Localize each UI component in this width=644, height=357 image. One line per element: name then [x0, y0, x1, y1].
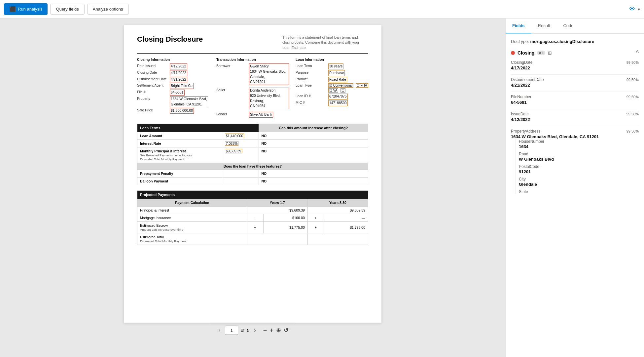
projected-header-title: Projected Payments: [137, 190, 368, 199]
property-address-field-name: PropertyAddress: [511, 129, 540, 134]
purpose-row: Purpose Purchase: [296, 70, 368, 76]
projected-payments-table: Projected Payments Payment Calculation Y…: [137, 190, 368, 245]
disbursement-date-value: 4/21/2022: [170, 77, 187, 83]
tab-fields[interactable]: Fields: [506, 19, 531, 33]
chevron-down-icon[interactable]: ▾: [638, 7, 640, 12]
zoom-in-button[interactable]: +: [269, 327, 273, 334]
loan-amount-row: Loan Amount $1,440,000 NO: [137, 132, 368, 139]
loan-id-value: 672047875: [328, 94, 348, 99]
escrow-val1: $1,775.00: [263, 221, 307, 233]
document-page: Closing Disclosure This form is a statem…: [124, 25, 381, 323]
prev-page-button[interactable]: ‹: [217, 326, 222, 335]
loan-id-row: Loan ID # 672047875: [296, 94, 368, 99]
doc-subtitle: This form is a statement of final loan t…: [282, 35, 368, 50]
seller-label: Seller: [216, 88, 248, 109]
disbursement-date-confidence: 99.50%: [626, 78, 639, 82]
mi-plus1: +: [247, 214, 263, 221]
file-number-row: File # 64-5681: [137, 90, 210, 96]
total-pages: 5: [247, 328, 249, 333]
interest-rate-label: Interest Rate: [137, 139, 222, 147]
red-dot-icon: [511, 51, 515, 55]
product-label: Product: [296, 77, 327, 83]
collapse-button[interactable]: ^: [636, 49, 639, 56]
closing-section-header: Closing #1 ⊞ ^: [511, 49, 639, 56]
house-number-subfield-value: 1634: [519, 144, 639, 149]
closing-date-field-value: 4/17/2022: [511, 65, 639, 70]
run-analysis-button[interactable]: ⬛ Run analysis: [4, 3, 48, 15]
doctype-value: mortgage.us.closingDisclosure: [530, 39, 594, 44]
balloon-payment-space: [222, 177, 259, 185]
pi-projected-val1: $9,609.39: [247, 206, 307, 214]
escrow-val2: $1,775.00: [324, 221, 368, 233]
mi-val1: $100.00: [263, 214, 307, 221]
settlement-agent-row: Settlement Agent Bright Title Co: [137, 83, 210, 89]
interest-rate-row: Interest Rate 7.033% NO: [137, 139, 368, 147]
analyze-options-button[interactable]: Analyze options: [87, 4, 129, 15]
mic-label: MIC #: [296, 100, 327, 106]
estimated-total-sublabel: Estimated Total Monthly Payment: [140, 239, 187, 243]
disbursement-date-field-header: DisbursementDate 99.50%: [511, 77, 639, 82]
prepayment-penalty-label: Prepayment Penalty: [137, 170, 222, 177]
disbursement-date-field-value: 4/21/2022: [511, 83, 639, 88]
property-label: Property: [137, 96, 168, 107]
right-panel: Fields Result Code DocType: mortgage.us.…: [505, 19, 644, 357]
escrow-plus1: +: [247, 221, 263, 233]
loan-amount-answer: NO: [259, 132, 368, 139]
closing-date-field-header: ClosingDate 99.50%: [511, 60, 639, 65]
seller-row: Seller Bonita Anderson920 University Blv…: [216, 88, 289, 109]
panel-tabs: Fields Result Code: [506, 19, 644, 34]
closing-info-header: Closing Information: [137, 58, 210, 61]
property-address-confidence: 99.50%: [626, 129, 639, 133]
loan-terms-header: Loan Terms Can this amount increase afte…: [137, 124, 368, 132]
issue-date-confidence: 99.50%: [626, 112, 639, 116]
run-analysis-label: Run analysis: [18, 7, 42, 12]
property-row: Property 1634 W Glenoaks Blvd,Glendale, …: [137, 96, 210, 107]
zoom-fit-button[interactable]: ⊕: [276, 327, 281, 334]
loan-type-row: Loan Type ☑ Conventional ☐ FHA ☐ VA ☐: [296, 83, 368, 93]
file-number-field-value: 64-5681: [511, 100, 639, 105]
purpose-label: Purpose: [296, 70, 327, 76]
eye-icon[interactable]: 👁: [629, 6, 635, 13]
file-number-field-header: FileNumber 99.50%: [511, 95, 639, 99]
zoom-out-button[interactable]: −: [263, 327, 267, 334]
tab-result[interactable]: Result: [531, 19, 557, 33]
sale-price-value: $1,800,000.00: [170, 108, 194, 114]
product-value: Fixed Rate: [328, 77, 347, 83]
sale-price-label: Sale Price: [137, 108, 168, 114]
loan-info-section: Loan Information Loan Term 30 years Purp…: [289, 58, 368, 118]
lender-row: Lender Skye AU Bank: [216, 112, 289, 118]
property-value: 1634 W Glenoaks Blvd,Glendale, CA 91201: [170, 96, 208, 107]
issue-date-field: IssueDate 99.50% 4/12/2022: [511, 112, 639, 122]
disbursement-date-row: Disbursement Date 4/21/2022: [137, 77, 210, 83]
disbursement-date-field: DisbursementDate 99.50% 4/21/2022: [511, 77, 639, 88]
postal-code-subfield-name: PostalCode: [519, 164, 639, 169]
estimated-total-row: Estimated Total Estimated Total Monthly …: [137, 233, 368, 245]
loan-id-label: Loan ID #: [296, 94, 327, 99]
tab-code[interactable]: Code: [556, 19, 580, 33]
borrower-value: Gwen Stacy1634 W Glenoaks Blvd, Glendale…: [249, 63, 289, 85]
purpose-value: Purchase: [328, 70, 345, 76]
road-subfield: Road W Glenoaks Blvd: [519, 152, 639, 162]
toolbar-right: 👁 ▾: [629, 6, 640, 13]
issue-date-field-value: 4/12/2022: [511, 117, 639, 122]
monthly-pi-row: Monthly Principal & Interest See Project…: [137, 147, 368, 163]
settlement-agent-label: Settlement Agent: [137, 83, 168, 89]
estimated-total-val2: [307, 233, 368, 245]
file-number-confidence: 99.50%: [626, 95, 639, 99]
page-number-input[interactable]: [225, 326, 238, 335]
date-issued-label: Date Issued: [137, 63, 168, 69]
loan-type-value: ☑ Conventional ☐ FHA ☐ VA ☐: [328, 83, 368, 93]
grid-icon[interactable]: ⊞: [548, 50, 552, 56]
query-fields-button[interactable]: Query fields: [50, 4, 84, 15]
loan-term-label: Loan Term: [296, 63, 327, 69]
balloon-payment-row: Balloon Payment NO: [137, 177, 368, 185]
zoom-reset-button[interactable]: ↺: [284, 327, 289, 334]
years-8-30-header: Years 8-30: [307, 199, 368, 206]
state-subfield: State: [519, 189, 639, 194]
prepayment-penalty-space: [222, 170, 259, 177]
next-page-button[interactable]: ›: [252, 326, 258, 335]
estimated-total-label: Estimated Total Estimated Total Monthly …: [137, 233, 247, 245]
settlement-agent-value: Bright Title Co: [170, 83, 194, 89]
toolbar: ⬛ Run analysis Query fields Analyze opti…: [0, 0, 644, 19]
monthly-pi-answer: NO: [259, 147, 368, 163]
